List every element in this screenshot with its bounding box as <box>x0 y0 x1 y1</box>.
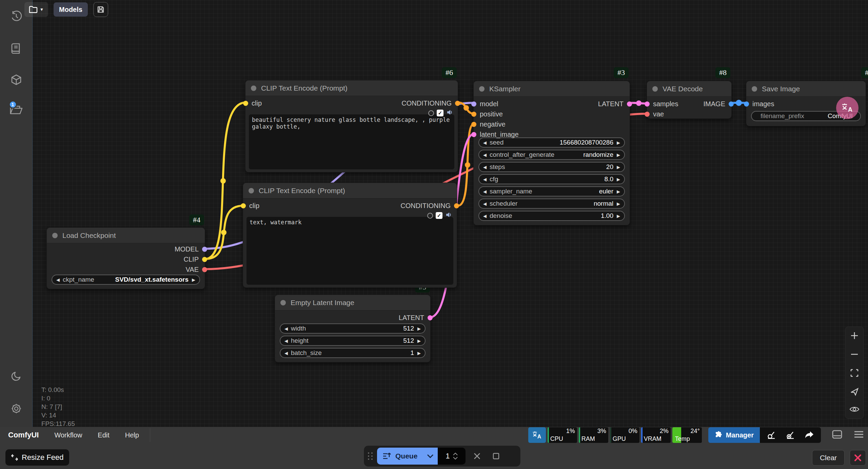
input-slot-samples[interactable]: samples <box>645 99 678 109</box>
menu-workflow[interactable]: Workflow <box>54 431 82 439</box>
sidebar-item-workflows[interactable]: 1 <box>0 100 32 119</box>
arrow-right-icon[interactable]: ▶ <box>617 202 620 206</box>
arrow-left-icon[interactable]: ◀ <box>483 165 487 169</box>
widget-scheduler[interactable]: ◀ scheduler normal ▶ <box>478 199 625 209</box>
cancel-run-button[interactable] <box>470 449 485 464</box>
output-slot-conditioning[interactable]: CONDITIONING <box>401 98 460 108</box>
arrow-left-icon[interactable]: ◀ <box>284 339 288 343</box>
speaker-icon[interactable] <box>445 211 452 220</box>
input-slot-clip[interactable]: clip <box>241 201 259 211</box>
collapse-dot[interactable] <box>52 233 58 238</box>
queue-button[interactable]: Queue <box>377 448 423 465</box>
queue-options-chevron[interactable] <box>423 448 438 465</box>
arrow-right-icon[interactable]: ▶ <box>417 326 421 331</box>
arrow-left-icon[interactable]: ◀ <box>483 214 487 218</box>
slot-dot[interactable] <box>454 203 459 208</box>
sidebar-item-templates[interactable] <box>0 39 32 58</box>
node-ksampler[interactable]: KSampler model LATENT positive negative … <box>473 81 630 225</box>
arrow-left-icon[interactable]: ◀ <box>284 351 288 355</box>
stop-button[interactable] <box>489 449 504 464</box>
node-clip-text-encode-negative[interactable]: CLIP Text Encode (Prompt) clip CONDITION… <box>243 183 457 288</box>
widget-batch-size[interactable]: ◀ batch_size 1 ▶ <box>280 348 426 358</box>
menu-help[interactable]: Help <box>125 431 139 439</box>
vacuum-clean-alt-icon[interactable] <box>782 428 798 442</box>
drag-handle-dots[interactable] <box>368 452 373 460</box>
input-slot-latent-image[interactable]: latent_image <box>471 129 519 139</box>
slot-dot[interactable] <box>202 257 207 262</box>
widget-control-after-generate[interactable]: ◀ control_after_generate randomize ▶ <box>478 150 625 160</box>
output-slot-image[interactable]: IMAGE <box>704 99 734 109</box>
slot-dot[interactable] <box>645 101 650 107</box>
arrow-left-icon[interactable]: ◀ <box>483 177 487 182</box>
arrow-left-icon[interactable]: ◀ <box>284 326 288 331</box>
arrow-right-icon[interactable]: ▶ <box>192 278 195 282</box>
arrow-left-icon[interactable]: ◀ <box>483 153 487 157</box>
slot-dot[interactable] <box>243 101 248 106</box>
circle-toggle-icon[interactable] <box>427 213 433 219</box>
node-load-checkpoint[interactable]: Load Checkpoint MODEL CLIP VAE ◀ ckpt_na… <box>46 227 205 289</box>
widget-cfg[interactable]: ◀ cfg 8.0 ▶ <box>478 174 625 184</box>
node-empty-latent-image[interactable]: Empty Latent Image LATENT ◀ width 512 ▶ … <box>275 295 431 362</box>
menu-edit[interactable]: Edit <box>98 431 109 439</box>
input-slot-model[interactable]: model <box>471 99 498 109</box>
checkbox-checked-icon[interactable]: ✓ <box>437 110 443 116</box>
output-slot-model[interactable]: MODEL <box>175 244 207 254</box>
input-slot-images[interactable]: images <box>744 99 774 109</box>
output-slot-vae[interactable]: VAE <box>185 264 207 275</box>
output-slot-latent[interactable]: LATENT <box>598 99 632 109</box>
count-steppers[interactable] <box>453 453 458 459</box>
checkbox-checked-icon[interactable]: ✓ <box>436 212 442 219</box>
vacuum-clean-icon[interactable] <box>763 428 780 442</box>
node-clip-text-encode-positive[interactable]: CLIP Text Encode (Prompt) clip CONDITION… <box>245 80 458 172</box>
fit-view-icon[interactable] <box>850 368 859 379</box>
widget-width[interactable]: ◀ width 512 ▶ <box>280 323 426 334</box>
arrow-right-icon[interactable]: ▶ <box>617 189 620 194</box>
output-slot-conditioning[interactable]: CONDITIONING <box>400 201 459 211</box>
widget-steps[interactable]: ◀ steps 20 ▶ <box>478 162 625 172</box>
widget-denoise[interactable]: ◀ denoise 1.00 ▶ <box>478 211 625 221</box>
sidebar-item-node-library[interactable] <box>0 70 32 89</box>
arrow-right-icon[interactable]: ▶ <box>617 140 620 145</box>
arrow-left-icon[interactable]: ◀ <box>483 202 487 206</box>
app-logo[interactable]: ComfyUI <box>8 431 39 439</box>
circle-toggle-icon[interactable] <box>428 110 434 116</box>
arrow-right-icon[interactable]: ▶ <box>417 351 421 355</box>
slot-dot[interactable] <box>744 101 749 107</box>
sidebar-item-theme-toggle[interactable] <box>0 367 32 386</box>
zoom-out-icon[interactable] <box>850 350 859 360</box>
arrow-left-icon[interactable]: ◀ <box>483 189 487 194</box>
resize-feed-button[interactable]: Resize Feed <box>5 449 69 466</box>
pointer-nav-icon[interactable] <box>850 387 859 398</box>
slot-dot[interactable] <box>645 112 650 117</box>
slot-dot[interactable] <box>471 122 476 127</box>
collapse-dot[interactable] <box>251 86 256 91</box>
collapse-dot[interactable] <box>479 86 485 92</box>
slot-dot[interactable] <box>627 101 632 107</box>
output-slot-latent[interactable]: LATENT <box>399 313 433 323</box>
arrow-right-icon[interactable]: ▶ <box>617 165 620 169</box>
slot-dot[interactable] <box>471 101 476 107</box>
translate-button[interactable]: A <box>528 427 546 443</box>
node-header[interactable]: Empty Latent Image <box>275 295 430 311</box>
node-header[interactable]: KSampler <box>474 81 630 97</box>
collapse-dot[interactable] <box>652 86 658 92</box>
node-header[interactable]: VAE Decode <box>647 81 731 97</box>
widget-sampler-name[interactable]: ◀ sampler_name euler ▶ <box>478 186 625 196</box>
widget-ckpt-name[interactable]: ◀ ckpt_name SVD/svd_xt.safetensors ▶ <box>52 275 200 285</box>
input-slot-clip[interactable]: clip <box>243 98 262 108</box>
slot-dot[interactable] <box>471 112 476 117</box>
speaker-icon[interactable] <box>446 109 453 117</box>
collapse-dot[interactable] <box>280 300 286 305</box>
dock-bottom-icon[interactable] <box>832 430 842 440</box>
prompt-textarea[interactable]: text, watermark <box>246 217 453 285</box>
node-vae-decode[interactable]: VAE Decode samples IMAGE vae <box>647 81 732 119</box>
prompt-textarea[interactable]: beautiful scenery nature glass bottle la… <box>249 114 454 169</box>
hamburger-menu-icon[interactable] <box>854 430 864 440</box>
input-slot-vae[interactable]: vae <box>645 109 664 119</box>
collapse-dot[interactable] <box>249 188 254 193</box>
widget-height[interactable]: ◀ height 512 ▶ <box>280 336 426 346</box>
slot-dot[interactable] <box>428 315 433 320</box>
node-header[interactable]: CLIP Text Encode (Prompt) <box>245 80 458 96</box>
zoom-in-icon[interactable] <box>850 331 859 342</box>
slot-dot[interactable] <box>455 101 460 106</box>
